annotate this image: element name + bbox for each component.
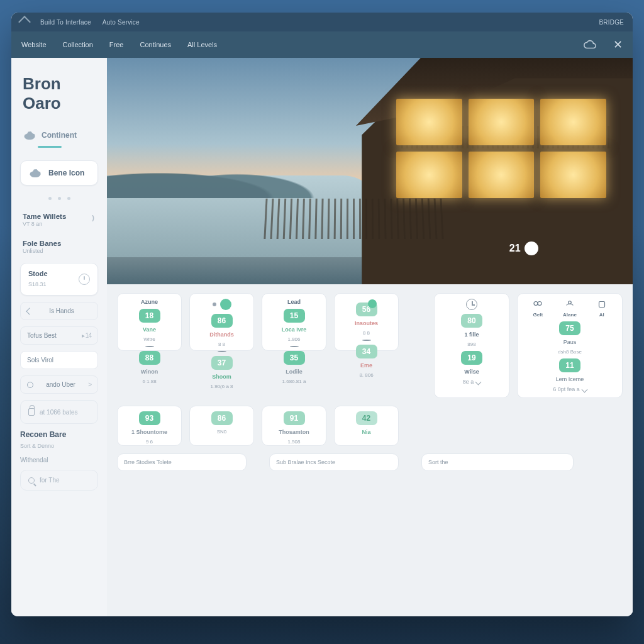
lock-icon [28, 408, 35, 416]
tab-underline [38, 146, 62, 148]
svg-point-1 [538, 302, 541, 306]
nav-item-all-levels[interactable]: All Levels [187, 41, 217, 48]
nav-item-free[interactable]: Free [109, 41, 124, 48]
chevron-down-icon [145, 346, 154, 347]
cloud-pill-icon [30, 169, 41, 177]
sidebar-heading: Recoen Bare Sort & Denno [20, 430, 98, 450]
breadcrumb-2[interactable]: Auto Service [103, 19, 140, 26]
chevron-right-icon: ) [92, 214, 94, 221]
page-title: Bron Oaro [23, 74, 98, 113]
sidebar-sublabel: Withendal [20, 457, 98, 464]
titlebar: Build To Interface Auto Service BRIDGE [11, 13, 633, 31]
nav-item-continues[interactable]: Continues [140, 41, 171, 48]
sidebar-tab-continent[interactable]: Continent [20, 128, 98, 142]
card-b[interactable]: 86 Dithands 8 8 37 Shoom 1.90(6 a 8 [189, 293, 254, 351]
pager-dots [20, 197, 98, 200]
sidebar-pill-primary[interactable]: Bene Icon [20, 160, 98, 186]
cloud-icon[interactable] [583, 38, 597, 52]
nav-item-collection[interactable]: Collection [63, 41, 93, 48]
cloud-small-icon [24, 131, 35, 140]
sidebar-row-2[interactable]: Tofus Best ▸ 14 [20, 326, 98, 345]
navbar: Website Collection Free Continues All Le… [11, 31, 633, 58]
icon-gelt[interactable]: Gelt [532, 299, 543, 318]
sidebar-row-4[interactable]: ando Uber > [20, 375, 98, 394]
close-icon[interactable]: ✕ [613, 39, 623, 50]
search-icon [28, 477, 35, 484]
badge-a2: 88 [139, 351, 160, 365]
badge-e2: 19 [461, 351, 482, 365]
sidebar-row-3[interactable]: Sols Virol [20, 351, 98, 369]
sidebar-search[interactable]: for The [20, 470, 98, 491]
app-window: Build To Interface Auto Service BRIDGE W… [11, 13, 633, 616]
cloud-mini-icon3 [362, 340, 371, 341]
nav-item-website[interactable]: Website [21, 41, 47, 48]
cloud-mini-icon [218, 351, 226, 352]
svg-point-0 [534, 302, 538, 306]
svg-point-2 [569, 301, 572, 304]
badge-d2: 34 [356, 345, 377, 358]
card-c[interactable]: Lead 15 Loca Ivre 1.806 35 Lodile 1.686.… [262, 293, 326, 351]
cloud-mini-icon2 [290, 346, 299, 347]
hero-badge-value: 21 [509, 243, 521, 254]
sidebar-locked-input[interactable]: at 1066 bates [20, 400, 98, 424]
svg-rect-3 [599, 302, 604, 308]
badge-f1: 75 [559, 321, 580, 335]
content: Bron Oaro Continent Bene Icon Tame Wille… [11, 58, 633, 616]
hero-badge-icon [525, 242, 538, 255]
sidebar-item-1[interactable]: Tame Willets VT 8 an ) [20, 209, 98, 230]
footer-search-2[interactable]: Sub Bralae Incs Secote [269, 453, 399, 471]
chevron-up-icon[interactable] [18, 16, 31, 28]
sidebar-row-nav[interactable]: Is Hands [20, 302, 98, 320]
card-f[interactable]: Gelt Alane Al 75 Paus dsh8 Bose 11 Lem I… [517, 293, 623, 398]
badge-b2: 37 [211, 356, 233, 370]
badge-c2: 35 [284, 351, 305, 365]
badge-a1: 18 [139, 309, 160, 323]
sidebar-card-stode[interactable]: Stode S18.31 [20, 263, 98, 296]
card-d[interactable]: 56 Insoutes 8 8 34 Eme 8. 806 [334, 293, 399, 351]
sidebar-pill-label: Bene Icon [48, 169, 84, 177]
badge-b1: 86 [211, 314, 233, 328]
card-a3[interactable]: 93 1 Shountome 9 6 [117, 406, 182, 446]
breadcrumb-1[interactable]: Build To Interface [40, 19, 91, 26]
main: 21 Azune 18 Vane Witre 88 Winon [107, 58, 633, 616]
icon-al[interactable]: Al [596, 299, 608, 318]
card-c3[interactable]: 91 Thosamton 1.508 [262, 406, 326, 446]
sidebar-item-2[interactable]: Fole Banes Unlisted [20, 236, 98, 257]
radio-icon [27, 382, 33, 388]
badge-c1: 15 [284, 309, 305, 323]
power-icon[interactable] [79, 274, 90, 285]
icon-alane[interactable]: Alane [563, 299, 577, 318]
dashboard: Azune 18 Vane Witre 88 Winon 6 1.88 86 D… [107, 284, 633, 616]
status-dot-icon [220, 299, 231, 310]
titlebar-right-label: BRIDGE [599, 19, 624, 26]
footer-search-3[interactable]: Sort the [421, 453, 574, 471]
card-e[interactable]: 80 1 fille 898 19 Wilse 8e a [434, 293, 509, 398]
badge-f2: 11 [559, 358, 580, 372]
card-a[interactable]: Azune 18 Vane Witre 88 Winon 6 1.88 [117, 293, 182, 351]
badge-e1: 80 [461, 314, 482, 328]
card-d3[interactable]: 42 Nia [334, 406, 399, 446]
clock-icon [466, 299, 477, 310]
chevron-left-icon [26, 308, 33, 314]
hero-badge: 21 [509, 242, 538, 255]
sidebar: Bron Oaro Continent Bene Icon Tame Wille… [11, 58, 107, 616]
sidebar-tab-label: Continent [42, 131, 77, 140]
card-b3[interactable]: 86 SN0 [189, 406, 254, 446]
hero-image: 21 [107, 58, 633, 284]
footer-search-1[interactable]: Brre Stodies Tolete [117, 453, 247, 471]
